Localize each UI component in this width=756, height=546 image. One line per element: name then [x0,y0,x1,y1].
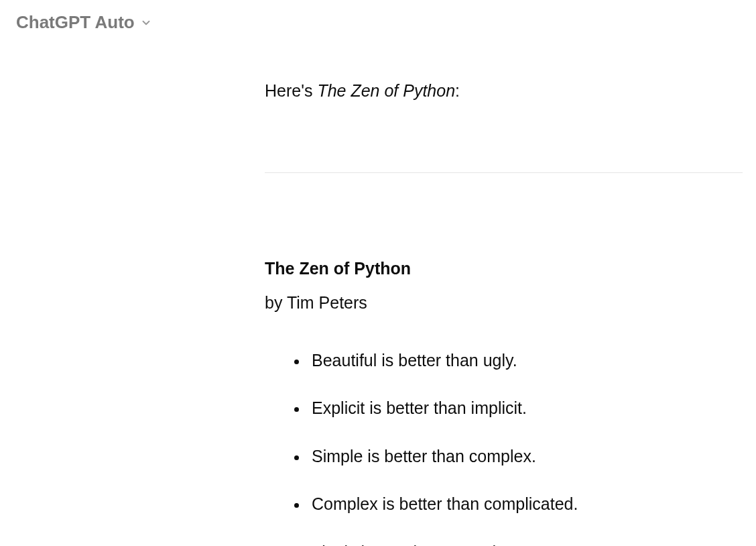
content-section: The Zen of Python by Tim Peters Beautifu… [265,256,743,547]
model-selector-label: ChatGPT Auto [16,12,135,33]
header-bar: ChatGPT Auto [0,0,756,33]
zen-list: Beautiful is better than ugly. Explicit … [265,348,743,547]
model-selector[interactable]: ChatGPT Auto [16,12,152,33]
section-divider [265,172,743,173]
intro-suffix: : [455,81,460,100]
list-item: Complex is better than complicated. [308,492,743,517]
list-item: Beautiful is better than ugly. [308,348,743,374]
intro-italic: The Zen of Python [317,81,455,100]
list-item: Simple is better than complex. [308,444,743,470]
zen-byline: by Tim Peters [265,290,743,316]
intro-prefix: Here's [265,81,317,100]
message-content: Here's The Zen of Python: The Zen of Pyt… [0,33,756,546]
list-item: Flat is better than nested. [308,540,743,547]
zen-title: The Zen of Python [265,256,743,282]
intro-line: Here's The Zen of Python: [265,78,743,104]
list-item: Explicit is better than implicit. [308,396,743,421]
chevron-down-icon [140,17,152,29]
